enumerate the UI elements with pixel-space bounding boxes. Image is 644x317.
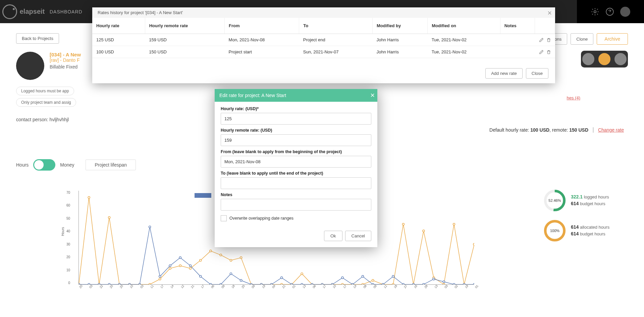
overwrite-label: Overwrite overlapping date ranges [229, 216, 293, 221]
to-input[interactable] [221, 177, 371, 189]
to-label: To (leave blank to apply until the end o… [221, 171, 371, 176]
edit-rate-modal: Edit rate for project: A New Start × Hou… [215, 89, 377, 247]
modal-overlay: Edit rate for project: A New Start × Hou… [0, 0, 644, 317]
notes-input[interactable] [221, 199, 371, 211]
ok-button[interactable]: Ok [324, 231, 342, 241]
remote-input[interactable] [221, 134, 371, 146]
from-label: From (leave blank to apply from the begi… [221, 149, 371, 154]
hourly-label: Hourly rate: (USD)* [221, 106, 371, 111]
notes-label: Notes [221, 192, 371, 197]
remote-label: Hourly remote rate: (USD) [221, 128, 371, 133]
overwrite-checkbox[interactable] [221, 215, 227, 221]
modal-header: Edit rate for project: A New Start × [215, 89, 377, 102]
hourly-input[interactable] [221, 113, 371, 125]
cancel-button[interactable]: Cancel [345, 231, 371, 241]
modal-close-icon[interactable]: × [370, 91, 375, 100]
modal-footer: Ok Cancel [215, 226, 377, 247]
modal-title: Edit rate for project: A New Start [219, 93, 286, 98]
overwrite-row[interactable]: Overwrite overlapping date ranges [221, 215, 371, 221]
modal-body: Hourly rate: (USD)* Hourly remote rate: … [215, 102, 377, 226]
from-input[interactable] [221, 156, 371, 168]
